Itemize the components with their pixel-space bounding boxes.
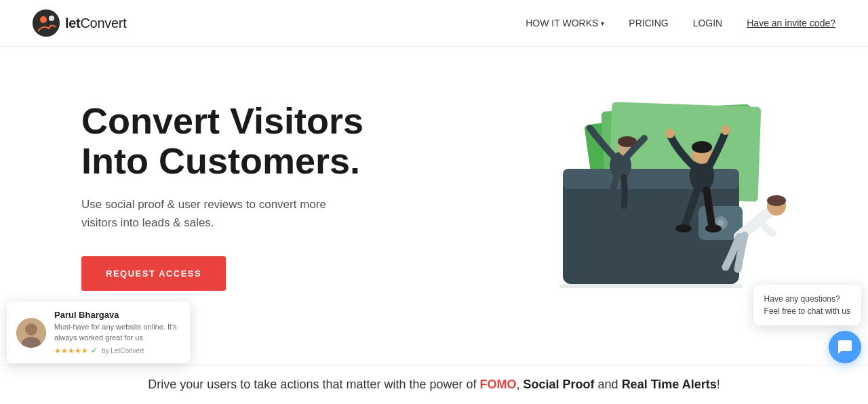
hero-subtitle: Use social proof & user reviews to conve…	[81, 195, 346, 232]
header: letConvert HOW IT WORKS ▾ PRICING LOGIN …	[0, 0, 868, 47]
logo[interactable]: letConvert	[33, 9, 126, 37]
chevron-down-icon: ▾	[601, 20, 604, 27]
wallet-svg	[502, 87, 787, 304]
real-time-text: Real Time Alerts	[622, 378, 717, 391]
hero-illustration	[475, 87, 814, 304]
svg-point-1	[40, 16, 47, 23]
chat-bubble: Have any questions? Feel free to chat wi…	[753, 285, 861, 325]
svg-point-23	[767, 195, 786, 206]
notification-message: Must-have for any website online. It's a…	[54, 322, 180, 343]
notification-avatar	[16, 318, 46, 348]
notification-content: Parul Bhargava Must-have for any website…	[54, 310, 180, 355]
hero-section: Convert Visitors Into Customers. Use soc…	[0, 47, 868, 331]
logo-icon	[33, 9, 60, 37]
nav-how-it-works[interactable]: HOW IT WORKS ▾	[526, 18, 604, 28]
hero-content: Convert Visitors Into Customers. Use soc…	[81, 101, 363, 291]
chat-widget: Have any questions? Feel free to chat wi…	[753, 285, 861, 363]
svg-point-17	[692, 141, 712, 153]
verified-icon: ✓	[91, 346, 98, 355]
social-proof-text: Social Proof	[524, 378, 595, 391]
svg-point-2	[49, 16, 54, 21]
svg-point-0	[33, 9, 60, 37]
notification-name: Parul Bhargava	[54, 310, 180, 320]
bottom-strip: Drive your users to take actions that ma…	[0, 365, 868, 404]
notification-footer: ★★★★★ ✓ by LetConvert	[54, 346, 180, 355]
notification-brand: by LetConvert	[102, 347, 144, 355]
nav-pricing[interactable]: PRICING	[629, 18, 668, 28]
svg-point-18	[665, 129, 675, 138]
navigation: HOW IT WORKS ▾ PRICING LOGIN Have an inv…	[526, 18, 835, 28]
nav-invite[interactable]: Have an invite code?	[747, 18, 835, 28]
notification-popup: Parul Bhargava Must-have for any website…	[7, 302, 190, 363]
svg-point-21	[705, 224, 722, 233]
logo-text: letConvert	[65, 16, 126, 31]
hero-title: Convert Visitors Into Customers.	[81, 101, 363, 182]
chat-icon	[837, 339, 853, 355]
nav-login[interactable]: LOGIN	[693, 18, 723, 28]
svg-point-20	[675, 224, 692, 233]
svg-rect-11	[559, 284, 743, 288]
request-access-button[interactable]: REQUEST ACCESS	[81, 256, 226, 291]
fomo-text: FOMO	[480, 378, 517, 391]
star-rating: ★★★★★	[54, 346, 88, 355]
svg-point-19	[721, 125, 730, 135]
chat-line1: Have any questions?	[764, 293, 850, 305]
chat-open-button[interactable]	[829, 331, 861, 363]
svg-point-25	[25, 323, 37, 336]
chat-line2: Feel free to chat with us	[764, 305, 850, 317]
